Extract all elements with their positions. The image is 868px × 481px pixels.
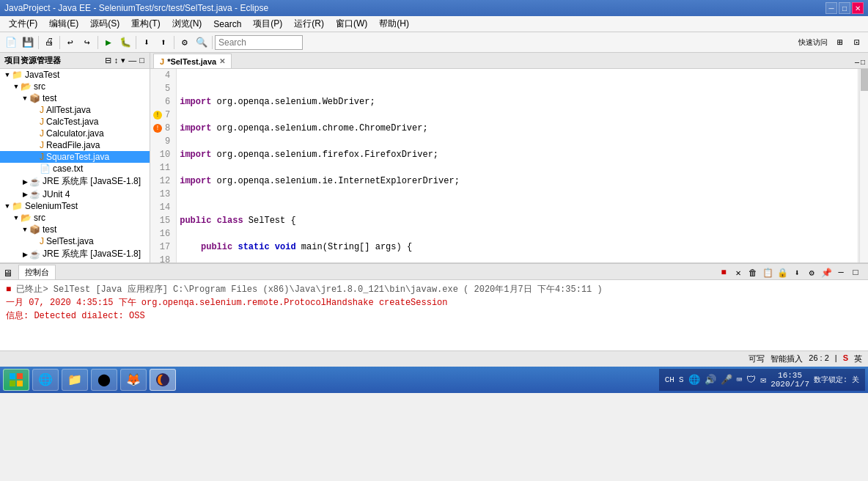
tree-readfile[interactable]: J ReadFile.java [0, 139, 150, 151]
code-line: import org.openqa.selenium.ie.InternetEx… [180, 175, 855, 188]
tree-label: Calculator.java [46, 128, 104, 139]
minimize-button[interactable]: ─ [825, 2, 837, 14]
collapse-all-icon[interactable]: ⊟ [104, 55, 112, 66]
scrollbar-thumb[interactable] [861, 69, 868, 91]
console-toolbar: ■ ✕ 🗑 📋 🔒 ⬇ ⚙ 📌 — □ [717, 266, 865, 279]
close-button[interactable]: ✕ [852, 2, 864, 14]
console-terminated: ■ 已终止> SelTest [Java 应用程序] C:\Program Fi… [6, 283, 862, 296]
arrow-icon: ▼ [12, 83, 21, 90]
terminated-icon: ■ [6, 284, 11, 295]
tree-label: JavaTest [25, 70, 59, 80]
warning-icon-7: ! [153, 111, 162, 120]
status-bar: 可写 智能插入 26 : 2 | S 英 [0, 350, 868, 367]
toolbar-btn6[interactable]: ⚙ [177, 34, 193, 51]
console-copy-btn[interactable]: 📋 [761, 266, 774, 279]
svg-rect-0 [10, 373, 15, 379]
status-right: 可写 智能插入 26 : 2 | S 英 [749, 353, 862, 364]
title-bar: JavaProject - Java EE - SeleniumTest/src… [0, 0, 868, 16]
java-icon: J [40, 117, 44, 127]
firefox-taskbar-btn[interactable]: 🦊 [120, 369, 147, 391]
toolbar-btn7[interactable]: 🔍 [194, 34, 210, 51]
console-pin-btn[interactable]: 📌 [820, 266, 833, 279]
menu-help[interactable]: 帮助(H) [373, 16, 415, 32]
quick-access[interactable]: 快速访问 [795, 34, 831, 51]
tree-calculator[interactable]: J Calculator.java [0, 128, 150, 139]
perspective-btn2[interactable]: ⊡ [849, 34, 865, 51]
minimize-editor-icon[interactable]: — [855, 59, 859, 67]
tree-calctest[interactable]: J CalcTest.java [0, 116, 150, 128]
run-button[interactable]: ▶ [100, 34, 117, 51]
print-button[interactable]: 🖨 [41, 34, 57, 51]
menu-file[interactable]: 文件(F) [3, 16, 43, 32]
tab-seltest[interactable]: J *SelTest.java ✕ [153, 54, 232, 68]
menu-edit[interactable]: 编辑(E) [43, 16, 84, 32]
menu-search[interactable]: Search [207, 18, 247, 31]
editor-area[interactable]: 4 5 6 !7 !8 9 10 11 12 13 14 15 16 17 [150, 69, 868, 262]
console-scroll-end-btn[interactable]: ⬇ [790, 266, 803, 279]
java-icon: J [40, 140, 44, 150]
undo-button[interactable]: ↩ [62, 34, 78, 51]
tree-label: CalcTest.java [46, 117, 98, 127]
maximize-button[interactable]: □ [839, 2, 850, 14]
console-scroll-lock-btn[interactable]: 🔒 [776, 266, 789, 279]
view-menu-icon[interactable]: ▾ [120, 55, 126, 66]
tree-test2[interactable]: ▼ 📦 test [0, 224, 150, 235]
console-terminate-btn[interactable]: ■ [717, 266, 730, 279]
next-annotation[interactable]: ⬇ [139, 34, 155, 51]
sogou-icon: S [843, 353, 848, 364]
toolbar-sep5 [174, 36, 174, 49]
tree-squaretest[interactable]: J SquareTest.java [0, 151, 150, 163]
console-close-btn[interactable]: ✕ [732, 266, 745, 279]
start-button[interactable] [3, 369, 29, 391]
chrome-taskbar-btn[interactable]: ⬤ [91, 369, 117, 391]
prev-annotation[interactable]: ⬆ [155, 34, 172, 51]
perspective-btn1[interactable]: ⊞ [832, 34, 848, 51]
minimize-sidebar-icon[interactable]: — [128, 55, 137, 66]
menu-window[interactable]: 窗口(W) [330, 16, 373, 32]
console-minimize-btn[interactable]: — [834, 266, 847, 279]
search-input[interactable] [215, 35, 303, 50]
right-margin [858, 69, 868, 262]
tree-jre1[interactable]: ▶ ☕ JRE 系统库 [JavaSE-1.8] [0, 175, 150, 188]
redo-button[interactable]: ↪ [79, 34, 95, 51]
maximize-sidebar-icon[interactable]: □ [139, 55, 145, 66]
console-maximize-btn[interactable]: □ [849, 266, 862, 279]
tree-alltest[interactable]: J AllTest.java [0, 104, 150, 116]
menu-source[interactable]: 源码(S) [84, 16, 125, 32]
tree-seltest[interactable]: J SelTest.java [0, 235, 150, 247]
maximize-editor-icon[interactable]: □ [861, 59, 865, 67]
scrollbar-track[interactable] [859, 69, 868, 262]
tree-label: SquareTest.java [46, 152, 109, 162]
title-text: JavaProject - Java EE - SeleniumTest/src… [4, 3, 268, 13]
ie-taskbar-btn[interactable]: 🌐 [32, 369, 59, 391]
menu-navigate[interactable]: 浏览(N) [166, 16, 208, 32]
tab-console[interactable]: 控制台 [18, 265, 56, 279]
console-clear-btn[interactable]: 🗑 [746, 266, 760, 279]
console-settings-btn[interactable]: ⚙ [805, 266, 818, 279]
tree-jre2[interactable]: ▶ ☕ JRE 系统库 [JavaSE-1.8] [0, 247, 150, 261]
tree-label: JRE 系统库 [JavaSE-1.8] [43, 248, 141, 260]
tree-casetxt[interactable]: 📄 case.txt [0, 163, 150, 175]
tree-src1[interactable]: ▼ 📂 src [0, 81, 150, 92]
java-icon: J [40, 236, 44, 246]
tree-seleniumtest[interactable]: ▼ 📁 SeleniumTest [0, 200, 150, 212]
tree-src2[interactable]: ▼ 📂 src [0, 212, 150, 224]
sync-icon[interactable]: ↕ [114, 55, 119, 66]
eclipse-taskbar-btn[interactable] [150, 369, 176, 391]
menu-project[interactable]: 项目(P) [247, 16, 288, 32]
status-position: 26 : 2 [809, 353, 829, 364]
save-button[interactable]: 💾 [20, 34, 36, 51]
menu-refactor[interactable]: 重构(T) [125, 16, 166, 32]
tab-close-icon[interactable]: ✕ [219, 57, 225, 65]
folder-taskbar-btn[interactable]: 📁 [62, 369, 88, 391]
tree-junit[interactable]: ▶ ☕ JUnit 4 [0, 188, 150, 200]
menu-run[interactable]: 运行(R) [288, 16, 330, 32]
code-line: public static void main(String[] args) { [180, 240, 855, 254]
tree-javatest[interactable]: ▼ 📁 JavaTest [0, 69, 150, 81]
code-content[interactable]: import org.openqa.selenium.WebDriver; im… [177, 69, 858, 262]
debug-button[interactable]: 🐛 [117, 34, 133, 51]
status-writable: 可写 [749, 353, 765, 364]
tree-test1[interactable]: ▼ 📦 test [0, 92, 150, 104]
taskbar-clock[interactable]: 16:35 2020/1/7 [770, 371, 809, 389]
new-button[interactable]: 📄 [3, 34, 19, 51]
